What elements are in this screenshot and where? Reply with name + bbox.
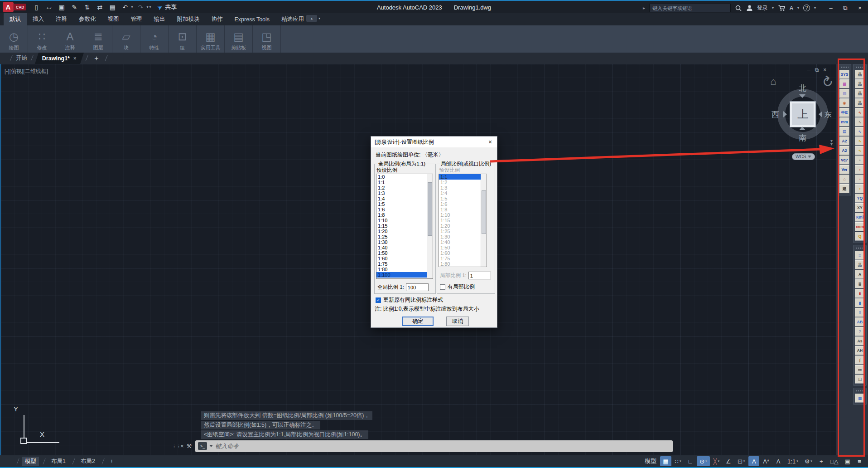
global-scale-input[interactable] bbox=[406, 283, 429, 291]
scale-option[interactable]: 1:40 bbox=[439, 239, 481, 245]
viewport-restore-icon[interactable]: ⧉ bbox=[815, 67, 819, 73]
scale-option[interactable]: 1:15 bbox=[376, 223, 427, 229]
local-list-scroll-thumb[interactable] bbox=[482, 190, 486, 234]
scale-option[interactable]: 1:1 bbox=[439, 174, 481, 180]
ribbon-panel-button[interactable]: ▱ 块 bbox=[112, 25, 140, 53]
grid-display-toggle[interactable]: ▦ ▾ bbox=[660, 456, 671, 466]
cancel-button[interactable]: 取消 bbox=[446, 317, 469, 326]
local-scale-list[interactable]: 1:11:21:31:41:51:61:81:101:151:201:251:3… bbox=[439, 174, 487, 267]
global-scale-list[interactable]: 1:01:11:21:31:41:51:61:81:101:151:201:25… bbox=[376, 174, 433, 279]
scale-option[interactable]: 1:50 bbox=[439, 245, 481, 250]
undo-caret-icon[interactable]: ▾ bbox=[131, 5, 133, 9]
ribbon-panel-button[interactable]: ▦ 实用工具 bbox=[197, 25, 225, 53]
ribbon-tab[interactable]: 管理 bbox=[125, 13, 148, 25]
scale-option[interactable]: 1:10 bbox=[439, 212, 481, 218]
scale-option[interactable]: 1:100 bbox=[376, 272, 427, 278]
viewcube-south-arrow-icon[interactable] bbox=[799, 127, 805, 130]
qat-customize-caret-icon[interactable]: ▾ bbox=[149, 5, 151, 9]
scale-option[interactable]: 1:8 bbox=[439, 207, 481, 212]
ribbon-tab[interactable]: 参数化 bbox=[73, 13, 102, 25]
command-prompt-icon[interactable]: >_ bbox=[198, 442, 207, 450]
ortho-mode-toggle[interactable]: ∟ ▾ bbox=[685, 456, 696, 466]
clean-screen-toggle[interactable]: ▣ ▾ bbox=[842, 456, 853, 466]
annotation-scale-icon[interactable]: Λ ▾ bbox=[773, 456, 784, 466]
scale-option[interactable]: 1:4 bbox=[376, 196, 427, 201]
viewcube-rotate-icon[interactable]: ↻ bbox=[818, 72, 836, 92]
annotation-scale-value[interactable]: 1:1 ▾ bbox=[785, 456, 801, 466]
scale-option[interactable]: 1:60 bbox=[439, 250, 481, 256]
has-local-scale-checkbox[interactable] bbox=[440, 284, 445, 290]
infocenter-arrow-icon[interactable]: ▸ bbox=[643, 5, 645, 10]
ok-button[interactable]: 确定 bbox=[402, 317, 434, 326]
minimize-button[interactable]: – bbox=[825, 3, 837, 14]
scale-option[interactable]: 1:8 bbox=[376, 212, 427, 218]
global-list-scroll-thumb[interactable] bbox=[428, 182, 432, 236]
isolate-objects-toggle[interactable]: □△ ▾ bbox=[828, 456, 841, 466]
layout-tab[interactable]: 布局2 bbox=[78, 457, 98, 466]
scale-option[interactable]: 1:10 bbox=[376, 218, 427, 223]
ribbon-tab[interactable]: 附加模块 bbox=[171, 13, 206, 25]
close-button[interactable]: × bbox=[854, 3, 866, 14]
account-caret-icon[interactable]: ▾ bbox=[797, 6, 799, 10]
ribbon-panel-button[interactable]: ◔ 特性 bbox=[140, 25, 169, 53]
redo-icon[interactable]: ↷ bbox=[135, 2, 145, 12]
scale-option[interactable]: 1:15 bbox=[439, 218, 481, 223]
scale-option[interactable]: 1:3 bbox=[439, 185, 481, 190]
open-from-web-icon[interactable]: ⇄ bbox=[95, 2, 105, 12]
viewcube-west-arrow-icon[interactable] bbox=[783, 111, 787, 117]
isometric-drafting-toggle[interactable]: ╳ ▾ bbox=[711, 456, 722, 466]
object-snap-tracking-toggle[interactable]: ∠ ▾ bbox=[723, 456, 734, 466]
status-customize-plus[interactable]: + ▾ bbox=[816, 456, 827, 466]
layout-tab[interactable]: + bbox=[107, 457, 116, 465]
workspace-switch-gear[interactable]: ⚙ ▾ bbox=[802, 456, 815, 466]
scale-option[interactable]: 1:25 bbox=[376, 234, 427, 239]
scale-option[interactable]: 1:25 bbox=[439, 229, 481, 234]
ribbon-tab[interactable]: 输出 bbox=[148, 13, 171, 25]
command-bar-grip-icon[interactable]: ⋮⋮ bbox=[172, 445, 178, 447]
global-list-scrollbar[interactable] bbox=[427, 174, 433, 278]
annotation-autoscale-toggle[interactable]: Λ* ▾ bbox=[760, 456, 772, 466]
ribbon-tab[interactable]: 视图 bbox=[102, 13, 125, 25]
annotation-visibility-toggle[interactable]: Λ ▾ bbox=[748, 456, 759, 466]
scale-option[interactable]: 1:75 bbox=[376, 261, 427, 267]
save-as-icon[interactable]: ✎ bbox=[69, 2, 79, 12]
scale-option[interactable]: 1:30 bbox=[439, 234, 481, 239]
viewcube-west-label[interactable]: 西 bbox=[772, 109, 779, 120]
scale-option[interactable]: 1:5 bbox=[376, 201, 427, 207]
viewcube-north-arrow-icon[interactable] bbox=[799, 94, 805, 98]
print-icon[interactable]: ▤ bbox=[107, 2, 117, 12]
scale-option[interactable]: 1:5 bbox=[439, 196, 481, 201]
scale-option[interactable]: 1:1 bbox=[376, 180, 427, 185]
scale-option[interactable]: 1:50 bbox=[376, 250, 427, 256]
scale-option[interactable]: 1:2 bbox=[376, 185, 427, 190]
command-bar-close-icon[interactable]: × bbox=[180, 443, 184, 449]
ribbon-tab[interactable]: 插入 bbox=[27, 13, 50, 25]
ribbon-collapse-caret-icon[interactable]: ▾ bbox=[318, 16, 320, 20]
save-to-web-icon[interactable]: ⇅ bbox=[82, 2, 92, 12]
scale-option[interactable]: 1:20 bbox=[439, 223, 481, 229]
ribbon-tab[interactable]: Express Tools bbox=[229, 13, 276, 25]
command-bar-customize-wrench-icon[interactable]: ⚒ bbox=[187, 443, 192, 449]
viewcube-south-label[interactable]: 南 bbox=[799, 133, 806, 143]
command-input-area[interactable]: >_ bbox=[195, 440, 673, 452]
file-tab-start[interactable]: 开始 bbox=[16, 54, 27, 62]
viewcube-north-label[interactable]: 北 bbox=[799, 83, 806, 93]
redo-caret-icon[interactable]: ▾ bbox=[146, 5, 148, 9]
share-button[interactable]: ➤ 共享 bbox=[157, 3, 177, 11]
ribbon-tab[interactable]: 注释 bbox=[50, 13, 73, 25]
help-search-input[interactable] bbox=[649, 4, 731, 12]
ribbon-panel-button[interactable]: A 注释 bbox=[56, 25, 84, 53]
sign-in-button[interactable]: 登录 bbox=[757, 4, 768, 12]
scale-option[interactable]: 1:6 bbox=[439, 201, 481, 207]
viewport-close-icon[interactable]: × bbox=[823, 67, 826, 73]
scale-option[interactable]: 1:40 bbox=[376, 245, 427, 250]
scale-option[interactable]: 1:2 bbox=[439, 180, 481, 185]
autocad-logo[interactable]: A CAD bbox=[3, 2, 26, 12]
ribbon-panel-button[interactable]: ⊡ 组 bbox=[169, 25, 197, 53]
model-space-toggle[interactable]: 模型 ▾ bbox=[642, 456, 659, 466]
ribbon-panel-button[interactable]: ≣ 图层 bbox=[84, 25, 112, 53]
scale-option[interactable]: 1:75 bbox=[439, 256, 481, 261]
ribbon-tab[interactable]: 协作 bbox=[206, 13, 229, 25]
viewport-controls-label[interactable]: [-][俯视][二维线框] bbox=[5, 68, 48, 75]
search-icon[interactable] bbox=[735, 5, 742, 12]
